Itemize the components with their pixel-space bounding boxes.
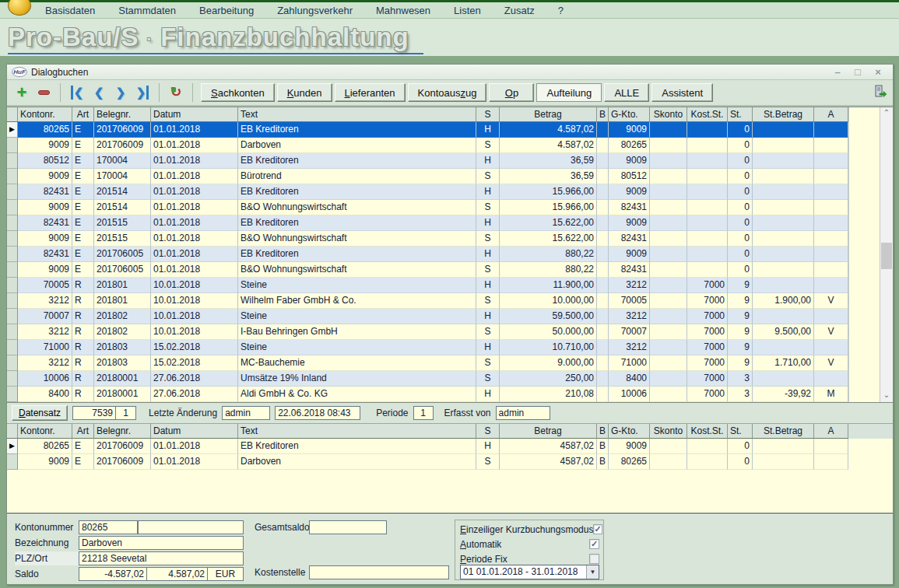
checkbox-einzeiliger-kurzbuchungsmodus[interactable]: ✓ (593, 524, 602, 534)
cell-skonto[interactable] (650, 153, 687, 169)
cell-s[interactable]: H (476, 439, 500, 454)
table-row[interactable]: 9009E20151501.01.2018B&O Wohnungswirtsch… (7, 231, 848, 247)
menu-item-item[interactable]: ? (558, 5, 564, 16)
cell-st[interactable]: 0 (728, 439, 753, 454)
cell-skonto[interactable] (650, 247, 687, 262)
cell-a[interactable] (814, 231, 848, 247)
cell-st[interactable]: 0 (728, 247, 753, 262)
cell-g-kto[interactable]: 9009 (609, 215, 650, 231)
tab-lieferanten[interactable]: Lieferanten (335, 83, 406, 102)
cell-b[interactable] (597, 340, 609, 355)
scroll-up-icon[interactable]: ⌃ (880, 107, 893, 120)
cell-art[interactable]: E (72, 247, 94, 262)
dialog-titlebar[interactable]: HuF Dialogbuchen – □ × (7, 65, 893, 80)
cell-st-betrag[interactable] (753, 200, 814, 215)
cell-a[interactable] (814, 371, 848, 387)
cell-betrag[interactable]: 10.710,00 (500, 340, 597, 355)
saldo-debit-field[interactable]: -4.587,02 (79, 567, 147, 581)
cell-datum[interactable]: 01.01.2018 (151, 454, 238, 470)
cell-s[interactable]: H (476, 184, 500, 200)
cell-b[interactable] (597, 169, 609, 184)
cell-datum[interactable]: 01.01.2018 (151, 439, 238, 454)
cell-s[interactable]: S (476, 355, 500, 371)
cell-kost-st[interactable] (687, 262, 728, 278)
account-number-field[interactable]: 80265 (79, 520, 138, 534)
cell-g-kto[interactable]: 71000 (609, 355, 650, 371)
cell-text[interactable]: Steine (238, 278, 476, 293)
table-row[interactable]: 71000R20180315.02.2018SteineH10.710,0032… (7, 340, 848, 355)
cell-belegnr[interactable]: 201514 (94, 184, 151, 200)
cell-g-kto[interactable]: 10006 (609, 387, 650, 402)
cell-skonto[interactable] (650, 293, 687, 309)
cell-art[interactable]: E (72, 439, 94, 454)
row-selector[interactable] (7, 262, 18, 278)
menu-item-mahnwesen[interactable]: Mahnwesen (376, 5, 430, 16)
cell-betrag[interactable]: 4.587,02 (500, 122, 597, 138)
cell-text[interactable]: Darboven (238, 138, 476, 153)
cell-art[interactable]: R (72, 278, 94, 293)
table-row[interactable]: 10006R2018000127.06.2018Umsätze 19% Inla… (7, 371, 848, 387)
row-selector[interactable] (7, 387, 18, 402)
current-row-marker[interactable]: ▶ (7, 122, 18, 138)
cell-betrag[interactable]: 880,22 (500, 262, 597, 278)
cell-kontonr[interactable]: 3212 (18, 293, 72, 309)
cell-skonto[interactable] (650, 138, 687, 153)
cell-datum[interactable]: 01.01.2018 (151, 184, 238, 200)
cell-g-kto[interactable]: 82431 (609, 200, 650, 215)
cell-text[interactable]: Wilhelm Faber GmbH & Co. (238, 293, 476, 309)
cell-a[interactable] (814, 184, 848, 200)
cell-b[interactable] (597, 309, 609, 324)
cell-kontonr[interactable]: 9009 (18, 138, 72, 153)
cell-kontonr[interactable]: 80512 (18, 153, 72, 169)
row-selector[interactable] (7, 169, 18, 184)
cell-g-kto[interactable]: 82431 (609, 262, 650, 278)
cell-skonto[interactable] (650, 439, 687, 454)
record-position-field[interactable]: 1 (116, 406, 136, 420)
table-row[interactable]: 9009E20151401.01.2018B&O Wohnungswirtsch… (7, 200, 848, 215)
tab-alle[interactable]: ALLE (604, 83, 649, 102)
cell-skonto[interactable] (650, 231, 687, 247)
cell-st-betrag[interactable] (753, 122, 814, 138)
cell-kost-st[interactable] (687, 169, 728, 184)
cell-kontonr[interactable]: 9009 (18, 169, 72, 184)
scroll-down-icon[interactable]: ⌄ (880, 390, 893, 402)
cell-kontonr[interactable]: 80265 (18, 122, 72, 138)
cell-s[interactable]: H (476, 387, 500, 402)
cell-skonto[interactable] (650, 169, 687, 184)
cell-g-kto[interactable]: 9009 (609, 153, 650, 169)
cell-art[interactable]: E (72, 454, 94, 470)
table-row[interactable]: 3212R20180110.01.2018Wilhelm Faber GmbH … (7, 293, 848, 309)
cell-belegnr[interactable]: 201706009 (94, 439, 151, 454)
cell-betrag[interactable]: 15.622,00 (500, 231, 597, 247)
cell-belegnr[interactable]: 201802 (94, 309, 151, 324)
cell-art[interactable]: R (72, 371, 94, 387)
cell-st[interactable]: 9 (728, 355, 753, 371)
tab-assistent[interactable]: Assistent (651, 83, 713, 102)
cell-datum[interactable]: 01.01.2018 (151, 200, 238, 215)
cell-st[interactable]: 0 (728, 200, 753, 215)
cell-datum[interactable]: 10.01.2018 (151, 309, 238, 324)
cell-s[interactable]: H (476, 278, 500, 293)
cell-betrag[interactable]: 59.500,00 (500, 309, 597, 324)
cell-b[interactable]: B (597, 439, 609, 454)
cell-skonto[interactable] (650, 122, 687, 138)
cell-g-kto[interactable]: 9009 (609, 122, 650, 138)
cell-text[interactable]: EB Kreditoren (238, 215, 476, 231)
cell-g-kto[interactable]: 9009 (609, 247, 650, 262)
cell-st[interactable]: 0 (728, 122, 753, 138)
cell-skonto[interactable] (650, 387, 687, 402)
cell-kontonr[interactable]: 80265 (18, 439, 72, 454)
cell-belegnr[interactable]: 20180001 (94, 371, 151, 387)
cell-art[interactable]: E (72, 184, 94, 200)
chevron-down-icon[interactable]: ▼ (586, 565, 599, 579)
cell-a[interactable]: V (814, 324, 848, 340)
cell-s[interactable]: H (476, 215, 500, 231)
table-row[interactable]: 70005R20180110.01.2018SteineH11.900,0032… (7, 278, 848, 293)
table-row[interactable]: 9009E20170600901.01.2018DarbovenS4.587,0… (7, 138, 848, 153)
cell-kost-st[interactable] (687, 215, 728, 231)
cell-datum[interactable]: 01.01.2018 (151, 247, 238, 262)
cell-st[interactable]: 0 (728, 454, 753, 470)
cell-a[interactable]: V (814, 293, 848, 309)
cell-st-betrag[interactable] (753, 231, 814, 247)
cell-b[interactable]: B (597, 454, 609, 470)
